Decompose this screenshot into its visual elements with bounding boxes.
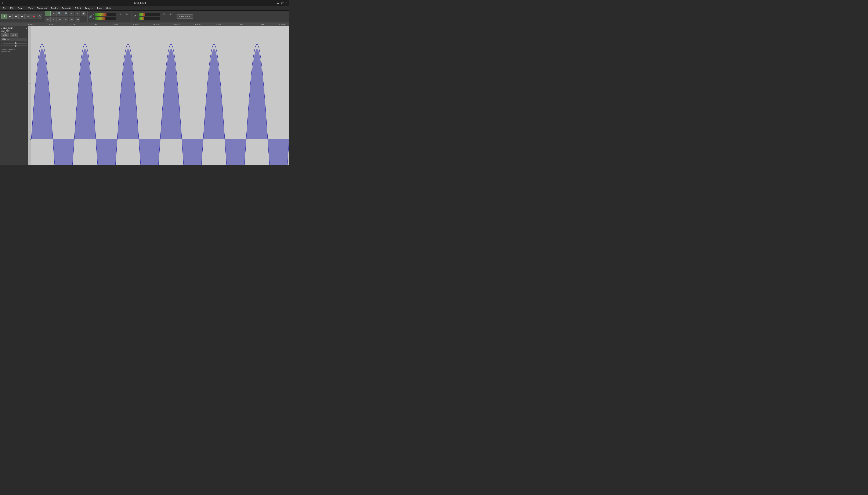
app-logo: ♪	[2, 1, 3, 5]
record-button[interactable]: ⏺	[31, 14, 36, 19]
ruler-tick-1: 0.1780	[28, 23, 34, 25]
menu-tracks[interactable]: Tracks	[49, 6, 60, 10]
input-db-l2: -24	[167, 13, 174, 16]
speaker-icon: 🔊	[89, 15, 92, 18]
ruler-tick-4: 0.1795	[91, 23, 97, 25]
ruler-ticks: 0.1780 0.1785 0.1790 0.1795 0.1800 0.180…	[28, 22, 289, 26]
output-meter-l[interactable]	[95, 13, 116, 16]
ruler-tick-2: 0.1785	[49, 23, 55, 25]
ruler-tick-3: 0.1790	[70, 23, 76, 25]
menu-analyze[interactable]: Analyze	[83, 6, 95, 10]
ruler-tick-10: 0.1825	[216, 23, 222, 25]
track-header: × MVI_5123 ▼ MVI_5123 Mute Solo Effects …	[0, 26, 28, 165]
lr-input-label: L	[137, 14, 138, 16]
ruler-tick-5: 0.1800	[112, 23, 118, 25]
envelope-tool[interactable]: ~	[51, 11, 56, 16]
workspace: 0.1780 0.1785 0.1790 0.1795 0.1800 0.180…	[0, 22, 289, 165]
multi-tool[interactable]: #	[51, 17, 56, 22]
ruler-tick-11: 0.1830	[237, 23, 243, 25]
track-waveform-area[interactable]: 1.0 0.5 0.0 -0.5 -1.0	[28, 26, 289, 165]
menu-help[interactable]: Help	[104, 6, 113, 10]
ruler-tick-9: 0.1820	[195, 23, 201, 25]
track-title-display: MVI_5123	[1, 30, 27, 33]
menu-select[interactable]: Select	[16, 6, 26, 10]
track-info: Stereo, 48000Hz 32-bit float	[1, 48, 27, 52]
draw-tool[interactable]: ✏	[45, 17, 51, 22]
window-title: MVI_5123	[134, 1, 146, 4]
mic-icon: 🎤	[133, 15, 136, 18]
track-bit-depth: 32-bit float	[1, 50, 27, 52]
transport-controls: ⏸ ▶ ⏹ ⏮ ⏭ ⏺ ⟳	[1, 11, 44, 22]
effects-button[interactable]: Effects	[1, 38, 27, 41]
next-button[interactable]: ⏭	[25, 14, 31, 19]
time-shift-button[interactable]: ⇔	[57, 17, 63, 22]
input-meter-r[interactable]	[139, 17, 160, 20]
menu-tools[interactable]: Tools	[95, 6, 104, 10]
close-button[interactable]: ✕	[285, 1, 288, 4]
track-close-btn[interactable]: ×	[1, 27, 2, 30]
menu-edit[interactable]: Edit	[9, 6, 16, 10]
input-meter-group: 🎤 L -48 -24 R	[133, 11, 175, 22]
restore-button[interactable]: 🗗	[281, 1, 284, 4]
loop-button[interactable]: ⟳	[37, 14, 42, 19]
mute-solo-row: Mute Solo	[1, 33, 27, 37]
ruler-tick-7: 0.1810	[153, 23, 160, 25]
track-name-row: × MVI_5123 ▼	[1, 27, 27, 30]
pause-button[interactable]: ⏸	[1, 14, 7, 19]
redo-button[interactable]: ↪	[75, 17, 80, 22]
output-db-l2: -24	[124, 13, 130, 16]
timeline-ruler: 0.1780 0.1785 0.1790 0.1795 0.1800 0.180…	[0, 22, 289, 26]
zoom-fit-button[interactable]: ⤢	[69, 11, 74, 16]
edit-tools: I ~ ✏ # 🔍 🔎 ⤢ ⊡ ⊞ ⇔ ⊟ ↩ ↪	[45, 11, 88, 22]
menubar: File Edit Select View Transport Tracks G…	[0, 6, 289, 11]
track-dropdown-arrow[interactable]: ▼	[25, 27, 27, 30]
tracks-container: × MVI_5123 ▼ MVI_5123 Mute Solo Effects …	[0, 26, 289, 165]
ruler-tick-12: 0.1835	[258, 23, 264, 25]
output-meter-r[interactable]	[95, 17, 116, 20]
lr-input-r: R	[137, 17, 138, 19]
waveform-canvas-l	[31, 26, 289, 165]
lr-output-label: L	[93, 14, 94, 16]
input-meter-l[interactable]	[139, 13, 160, 16]
input-db-l: -48	[161, 13, 167, 16]
mute-button[interactable]: Mute	[1, 33, 9, 37]
menu-effect[interactable]: Effect	[73, 6, 83, 10]
menu-file[interactable]: File	[1, 6, 8, 10]
lr-output-r: R	[93, 17, 95, 19]
menu-transport[interactable]: Transport	[35, 6, 49, 10]
gain-l-label: L	[1, 42, 2, 44]
window-controls: 🗕 🗗 ✕	[277, 1, 288, 4]
ruler-tick-8: 0.1815	[175, 23, 180, 25]
zoom-sel-button[interactable]: ⊡	[75, 11, 80, 16]
ruler-tick-6: 0.1805	[133, 23, 139, 25]
track-name: MVI_5123	[3, 27, 24, 30]
audio-setup-group: Audio Setup	[177, 11, 194, 22]
cursor-tool[interactable]: I	[45, 11, 51, 16]
output-db-l: -48	[117, 13, 123, 16]
zoom-width-button[interactable]: ⊞	[81, 11, 86, 16]
menu-generate[interactable]: Generate	[60, 6, 73, 10]
gain-controls: L R	[1, 42, 27, 47]
snap-button[interactable]: ⊟	[63, 17, 68, 22]
prev-button[interactable]: ⏮	[19, 14, 24, 19]
scale-l: 1.0 0.5 0.0 -0.5 -1.0	[28, 26, 31, 165]
ruler-tick-13: 0.1840	[279, 23, 285, 25]
zoom-out-button[interactable]: 🔎	[63, 11, 68, 16]
zoom-in-button[interactable]: 🔍	[57, 11, 63, 16]
gain-r-slider[interactable]	[3, 46, 27, 46]
stop-button[interactable]: ⏹	[13, 14, 19, 19]
audio-setup-button[interactable]: Audio Setup	[177, 14, 193, 19]
gain-l-row: L	[1, 42, 27, 44]
gain-r-row: R	[1, 45, 27, 47]
solo-button[interactable]: Solo	[10, 33, 18, 37]
titlebar: ♪ MVI_5123 🗕 🗗 ✕	[0, 0, 289, 6]
undo-button[interactable]: ↩	[69, 17, 74, 22]
play-button[interactable]: ▶	[7, 14, 13, 19]
output-meter-group: 🔊 L -48 -24 R	[89, 11, 131, 22]
gain-r-label: R	[1, 45, 2, 47]
minimize-button[interactable]: 🗕	[277, 1, 279, 4]
channel-l: 1.0 0.5 0.0 -0.5 -1.0	[28, 26, 289, 165]
menu-view[interactable]: View	[27, 6, 35, 10]
track-sample-rate: Stereo, 48000Hz	[1, 48, 27, 50]
gain-l-slider[interactable]	[3, 43, 27, 44]
